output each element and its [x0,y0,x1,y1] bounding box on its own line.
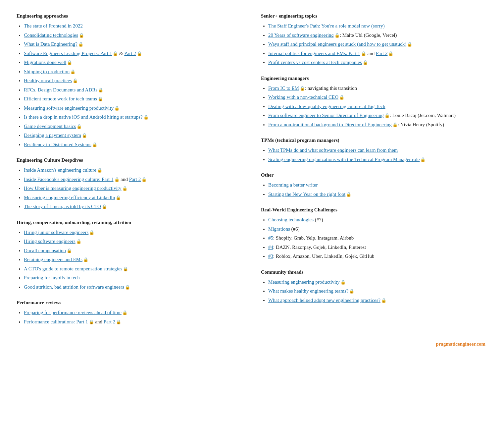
section: Engineering managersFrom IC to EM 🔒: nav… [261,76,485,129]
section-title: Hiring, compensation, onboarding, retain… [17,220,241,225]
list-link[interactable]: Scaling engineering organizations with t… [268,157,420,162]
lock-icon: 🔒 [392,122,398,128]
list-link-extra[interactable]: Part 2 [124,51,136,56]
section-title: Real-World Engineering Challenges [261,207,485,213]
list-link[interactable]: What is Data Engineering? [24,41,77,47]
lock-icon: 🔒 [98,96,103,102]
item-suffix: : navigating this transition [305,85,357,91]
lock-icon: 🔒 [92,141,97,148]
list-item: A CTO's guide to remote compensation str… [24,265,241,273]
list-link[interactable]: Oncall compensation [24,248,66,253]
list-link[interactable]: Good attrition, bad attrition for softwa… [24,284,124,290]
list-link[interactable]: Inside Facebook's engineering culture: P… [24,177,114,182]
lock-icon: 🔒 [116,319,121,325]
link-separator: and [120,177,129,182]
list-link[interactable]: #4 [268,245,273,250]
lock-icon: 🔒 [363,59,368,66]
list-link[interactable]: Healthy oncall practices [24,78,72,83]
list-link[interactable]: Hiring junior software engineers [24,230,88,235]
list-item: Dealing with a low-quality engineering c… [268,103,485,110]
item-suffix: : Roblox, Amazon, Uber, LinkedIn, Gojek,… [273,253,375,259]
list-link[interactable]: What makes healthy engineering teams? [268,288,348,294]
list-link[interactable]: Consolidating technologies [24,32,78,38]
list-link[interactable]: From a non-traditional background to Dir… [268,122,392,127]
list-link-extra[interactable]: Part 2 [129,177,141,182]
section-title: Senior+ engineering topics [261,13,485,19]
list-item: Game development basics 🔒 [24,123,241,130]
list-link[interactable]: Dealing with a low-quality engineering c… [268,104,385,109]
list-link[interactable]: The Staff Engineer's Path: You're a role… [268,23,385,28]
item-suffix: : Malte Ubl (Google, Vercel) [340,32,397,38]
list-link[interactable]: Designing a payment system [24,133,81,138]
list-link[interactable]: Migrations [268,226,290,232]
list-link-extra[interactable]: Part 2 [376,51,387,56]
list-item: Good attrition, bad attrition for softwa… [24,283,241,291]
lock-icon: 🔒 [122,185,127,192]
list-link[interactable]: Measuring engineering efficiency at Link… [24,195,115,200]
list-link[interactable]: Working with a non-technical CEO [268,94,338,100]
list-link[interactable]: Is there a drop in native iOS and Androi… [24,114,143,120]
list-link[interactable]: The story of Linear, as told by its CTO [24,204,101,209]
list-item: The story of Linear, as told by its CTO … [24,203,241,210]
item-suffix: (#7) [314,217,323,222]
list-link[interactable]: Efficient remote work for tech teams [24,96,97,101]
list-link[interactable]: Shipping to production [24,69,70,74]
item-suffix: : Nivia Henry (Spotify) [398,122,444,127]
list-item: Ways staff and principal engineers get s… [268,40,485,48]
list-link-extra[interactable]: Part 2 [104,319,115,324]
list-link[interactable]: What TPMs do and what software engineers… [268,147,398,153]
list-link[interactable]: Hiring software engineers [24,239,75,244]
list-link[interactable]: Measuring engineering productivity [268,279,340,285]
list-link[interactable]: From software engineer to Senior Directo… [268,113,384,118]
item-suffix: : DAZN, Razorpay, Gojek, LinkedIn, Pinte… [273,245,366,250]
lock-icon: 🔒 [67,248,72,254]
list-link[interactable]: Retaining engineers and EMs [24,257,82,262]
list-item: Becoming a better writer [268,181,485,189]
list-link[interactable]: From IC to EM [268,85,299,91]
section: Engineering approachesThe state of Front… [17,13,241,148]
list-link[interactable]: #3 [268,253,273,259]
lock-icon: 🔒 [79,32,84,39]
list-link[interactable]: Inside Amazon's engineering culture [24,167,96,173]
list-link[interactable]: Ways staff and principal engineers get s… [268,41,406,47]
list-item: The state of Frontend in 2022 [24,22,241,30]
list-item: #4: DAZN, Razorpay, Gojek, LinkedIn, Pin… [268,244,485,251]
list-item: Inside Facebook's engineering culture: P… [24,176,241,183]
list-link[interactable]: RFCs, Design Documents and ADRs [24,87,97,92]
list-item: Shipping to production 🔒 [24,68,241,76]
list-link[interactable]: Game development basics [24,124,76,129]
section: OtherBecoming a better writerStarting th… [261,172,485,198]
list-item: Measuring software engineering productiv… [24,104,241,112]
list-link[interactable]: Resiliency in Distributed Systems [24,142,91,147]
list-link[interactable]: 20 Years of software engineering [268,32,334,38]
list-link[interactable]: Performance calibrations: Part 1 [24,319,88,324]
list-link[interactable]: Preparing for layoffs in tech [24,275,80,280]
list-link[interactable]: The state of Frontend in 2022 [24,23,83,28]
list-link[interactable]: Becoming a better writer [268,182,318,188]
list-link[interactable]: Software Engineers Leading Projects: Par… [24,51,112,56]
list-link[interactable]: Measuring software engineering productiv… [24,105,114,111]
lock-icon: 🔒 [83,256,88,263]
lock-icon: 🔒 [361,50,366,57]
list-item: Migrations done well 🔒 [24,59,241,66]
list-item: From IC to EM 🔒: navigating this transit… [268,84,485,92]
list-link[interactable]: A CTO's guide to remote compensation str… [24,266,122,271]
list-item: What TPMs do and what software engineers… [268,146,485,154]
list-link[interactable]: #5 [268,235,273,241]
list-item: Consolidating technologies 🔒 [24,31,241,39]
section-list: From IC to EM 🔒: navigating this transit… [261,84,485,129]
list-link[interactable]: Migrations done well [24,60,66,65]
section-list: Choosing technologies (#7)Migrations (#6… [261,216,485,260]
list-link[interactable]: Starting the New Year on the right foot [268,192,345,197]
lock-icon: 🔒 [340,279,346,286]
list-link[interactable]: How Uber is measuring engineering produc… [24,186,122,191]
lock-icon: 🔒 [300,85,305,92]
list-link[interactable]: Internal politics for engineers and EMs:… [268,51,360,56]
list-link[interactable]: What approach helped adopt new engineeri… [268,298,380,303]
section-title: Engineering Culture Deepdives [17,157,241,163]
list-link[interactable]: Choosing technologies [268,217,314,222]
section-list: Becoming a better writerStarting the New… [261,181,485,198]
list-item: Starting the New Year on the right foot … [268,191,485,198]
list-link[interactable]: Profit centers vs cost centers at tech c… [268,60,362,65]
list-link[interactable]: Preparing for performance reviews ahead … [24,310,122,315]
